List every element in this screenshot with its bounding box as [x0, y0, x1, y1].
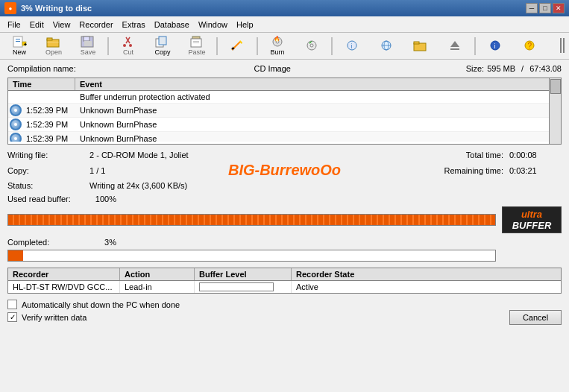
folder-button[interactable] [404, 35, 437, 57]
verify-data-label: Verify written data [22, 313, 87, 322]
recorder-row: HL-DT-ST RW/DVD GCC... Lead-in Active [8, 281, 561, 293]
log-rows[interactable]: Buffer underrun protection activated 1:5… [8, 91, 561, 142]
paste-icon [189, 36, 204, 48]
log-row-icon [8, 132, 23, 142]
log-row-icon [8, 104, 23, 117]
verify-data-checkbox[interactable] [7, 312, 17, 322]
rec-header: Recorder Action Buffer Level Recorder St… [8, 268, 561, 281]
read-buffer-bar [7, 214, 496, 226]
log-row-time: 1:52:39 PM [23, 104, 77, 116]
read-buffer-fill [8, 215, 495, 225]
writing-file-label: Writing file: [7, 151, 89, 159]
eject-icon [447, 39, 462, 51]
eject-button[interactable] [438, 35, 471, 57]
menu-file[interactable]: File [3, 19, 25, 31]
svg-rect-2 [16, 41, 20, 42]
auto-shutdown-row[interactable]: Automatically shut down the PC when done [7, 300, 180, 309]
toolbar-sep-3 [257, 37, 258, 55]
wizard-button[interactable]: ✦ [221, 35, 254, 57]
writing-file-value: 2 - CD-ROM Mode 1, Joliet [89, 151, 427, 159]
menu-view[interactable]: View [48, 19, 75, 31]
svg-rect-36 [414, 42, 419, 44]
svg-rect-6 [47, 38, 52, 40]
comp-size-label: Size: [466, 64, 484, 73]
main-window: Compilation name: CD Image Size: 595 MB … [0, 60, 569, 392]
copy-button[interactable]: Copy [146, 35, 179, 57]
svg-rect-37 [450, 48, 459, 50]
read-buffer-row: Used read buffer: 100% [7, 195, 562, 203]
menu-recorder[interactable]: Recorder [75, 19, 117, 31]
minimize-button[interactable]: ─ [526, 3, 538, 13]
menu-database[interactable]: Database [150, 19, 194, 31]
completed-bar-row [7, 250, 562, 262]
cut-button[interactable]: Cut [112, 35, 145, 57]
info2-icon: i [488, 39, 503, 51]
web-button[interactable] [370, 35, 403, 57]
maximize-button[interactable]: □ [539, 3, 551, 13]
svg-rect-10 [84, 41, 92, 46]
log-row-icon [8, 118, 23, 131]
cancel-button[interactable]: Cancel [509, 310, 562, 325]
log-col-time: Time [8, 78, 75, 90]
web-icon [379, 39, 394, 51]
menu-edit[interactable]: Edit [25, 19, 48, 31]
menu-extras[interactable]: Extras [118, 19, 150, 31]
info-button[interactable]: i [336, 35, 368, 57]
menu-help[interactable]: Help [232, 19, 258, 31]
log-row: 1:52:39 PM Unknown BurnPhase [8, 118, 561, 132]
disc-check-button[interactable]: ✔ [295, 35, 328, 57]
log-header: Time Event [8, 78, 561, 91]
new-label: New [13, 48, 26, 56]
log-row: Buffer underrun protection activated [8, 91, 561, 104]
toolbar: ✦ New Open Save [0, 33, 569, 60]
total-time-value: 0:00:08 [509, 151, 562, 159]
auto-shutdown-checkbox[interactable] [7, 300, 17, 309]
toolbar-sep-4 [331, 37, 333, 55]
status-value: Writing at 24x (3,600 KB/s) [89, 181, 562, 190]
save-icon [81, 36, 95, 48]
watermark-text: BIG-BurrewoOo [142, 162, 427, 179]
toolbar-sep-2 [216, 37, 218, 55]
toolbar-sep-1 [107, 37, 109, 55]
read-buffer-pct: 100% [89, 195, 116, 203]
svg-rect-19 [193, 41, 199, 42]
comp-name-value: CD Image [79, 64, 466, 73]
save-button[interactable]: Save [72, 35, 104, 57]
folder-icon [413, 39, 428, 51]
log-row-event: Unknown BurnPhase [77, 118, 561, 130]
log-row-event: Unknown BurnPhase [77, 133, 561, 142]
buffer-text: BUFFER [512, 220, 552, 231]
bottom-actions: Automatically shut down the PC when done… [7, 300, 562, 325]
svg-text:i: i [494, 42, 496, 50]
comp-name-label: Compilation name: [7, 64, 76, 73]
scrollbar-thumb[interactable] [550, 79, 561, 94]
paste-label: Paste [188, 48, 205, 56]
help-button[interactable]: ? [513, 35, 546, 57]
title-text: 3% Writing to disc [21, 4, 92, 13]
log-row: 1:52:39 PM Unknown BurnPhase [8, 132, 561, 142]
ultra-text: ultra [512, 209, 552, 220]
burn-button[interactable]: 🔥 Burn [261, 35, 294, 57]
log-col-event: Event [75, 78, 561, 90]
info2-button[interactable]: i [479, 35, 512, 57]
auto-shutdown-label: Automatically shut down the PC when done [22, 300, 180, 309]
rec-col-recorder: Recorder [8, 268, 120, 280]
new-icon: ✦ [12, 36, 27, 48]
svg-rect-44 [563, 38, 565, 53]
close-button[interactable]: ✕ [553, 3, 565, 13]
rec-col-state: Recorder State [292, 268, 561, 280]
menu-bar: File Edit View Recorder Extras Database … [0, 16, 569, 33]
menu-window[interactable]: Window [194, 19, 232, 31]
open-button[interactable]: Open [37, 35, 70, 57]
rec-cell-buffer [195, 281, 292, 293]
rec-cell-state: Active [292, 281, 561, 293]
log-row: 1:52:39 PM Unknown BurnPhase [8, 104, 561, 118]
log-scrollbar[interactable] [549, 78, 561, 144]
paste-button[interactable]: Paste [180, 35, 213, 57]
comp-duration-value: 67:43.08 [529, 64, 562, 73]
cut-icon [121, 36, 136, 48]
verify-data-row[interactable]: Verify written data [7, 312, 180, 322]
log-table: Time Event Buffer underrun protection ac… [7, 78, 562, 145]
new-button[interactable]: ✦ New [3, 35, 36, 57]
help-icon: ? [522, 39, 537, 51]
